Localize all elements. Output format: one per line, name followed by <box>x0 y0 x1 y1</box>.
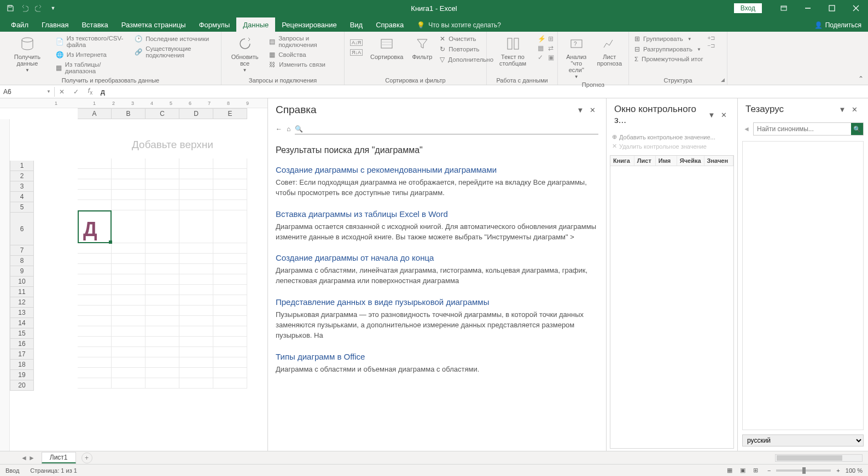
column-header[interactable]: C <box>145 108 179 119</box>
existing-conn-button[interactable]: 🔗Существующие подключения <box>132 44 218 60</box>
row-header[interactable]: 5 <box>10 202 34 213</box>
cell[interactable] <box>112 295 145 305</box>
cell[interactable] <box>145 357 179 368</box>
show-detail-icon[interactable]: +⊐ <box>708 35 715 41</box>
cell[interactable] <box>213 347 247 357</box>
cell[interactable] <box>179 169 213 179</box>
maximize-icon[interactable] <box>820 0 844 16</box>
cell[interactable] <box>179 357 213 368</box>
cell[interactable] <box>78 295 112 305</box>
tab-data[interactable]: Данные <box>236 17 275 32</box>
forecast-sheet-button[interactable]: Лист прогноза <box>594 34 625 68</box>
undo-icon[interactable] <box>19 2 31 14</box>
cell[interactable] <box>145 295 179 305</box>
sort-za-button[interactable]: Я↓А <box>348 48 365 57</box>
cell[interactable] <box>179 179 213 190</box>
fx-icon[interactable]: fx <box>83 87 97 96</box>
data-model-icon[interactable]: ▣ <box>548 54 554 61</box>
row-header[interactable]: 3 <box>10 181 34 192</box>
add-sheet-button[interactable]: + <box>81 453 92 463</box>
cell[interactable] <box>78 357 112 368</box>
relationships-icon[interactable]: ⇄ <box>548 44 554 52</box>
watch-column-header[interactable]: Лист <box>634 156 656 166</box>
cell[interactable] <box>179 316 213 326</box>
filter-button[interactable]: Фильтр <box>409 34 435 61</box>
cell[interactable] <box>179 243 213 254</box>
cell[interactable] <box>112 210 145 243</box>
cell[interactable] <box>179 305 213 316</box>
cell[interactable] <box>112 158 145 169</box>
cell[interactable] <box>112 347 145 357</box>
zoom-in-icon[interactable]: + <box>836 467 840 474</box>
help-result-link[interactable]: Создание диаграммы с рекомендованными ди… <box>276 165 598 174</box>
help-result-link[interactable]: Вставка диаграммы из таблицы Excel в Wor… <box>276 209 598 219</box>
cell[interactable] <box>179 210 213 243</box>
row-header[interactable]: 11 <box>10 287 34 297</box>
cell[interactable] <box>179 337 213 347</box>
help-search-input[interactable] <box>306 125 598 133</box>
get-data-button[interactable]: Получить данные▼ <box>3 34 51 74</box>
share-button[interactable]: 👤 Поделиться <box>808 18 868 32</box>
properties-button[interactable]: ▦Свойства <box>267 50 341 60</box>
cell[interactable] <box>213 285 247 295</box>
cell[interactable] <box>78 347 112 357</box>
cell[interactable] <box>213 326 247 337</box>
cell[interactable] <box>213 200 247 210</box>
row-header[interactable]: 1 <box>10 161 34 171</box>
cell[interactable] <box>179 368 213 378</box>
cell[interactable] <box>78 316 112 326</box>
tab-help[interactable]: Справка <box>369 17 410 32</box>
watch-column-header[interactable]: Имя <box>656 156 677 166</box>
cell[interactable] <box>213 337 247 347</box>
sheet-tab-1[interactable]: Лист1 <box>42 452 76 463</box>
cell[interactable] <box>145 305 179 316</box>
formula-input[interactable] <box>97 86 868 97</box>
cell[interactable] <box>213 368 247 378</box>
cell[interactable] <box>179 190 213 200</box>
cell[interactable] <box>213 243 247 254</box>
horizontal-scrollbar[interactable] <box>775 454 863 462</box>
watch-column-header[interactable]: Значен <box>704 156 733 166</box>
cell[interactable] <box>179 295 213 305</box>
row-header[interactable]: 12 <box>10 297 34 308</box>
row-headers[interactable]: 1234567891011121314151617181920 <box>10 161 34 451</box>
row-header[interactable]: 2 <box>10 171 34 181</box>
cell[interactable] <box>213 305 247 316</box>
column-header[interactable]: D <box>179 108 213 119</box>
name-box[interactable]: A6 ▼ <box>0 87 55 97</box>
column-header[interactable]: E <box>213 108 247 119</box>
cell[interactable] <box>179 200 213 210</box>
group-button[interactable]: ⊞Группировать▼ <box>632 34 706 44</box>
minimize-icon[interactable] <box>796 0 820 16</box>
cell[interactable] <box>112 243 145 254</box>
cell[interactable] <box>179 254 213 264</box>
sort-az-button[interactable]: А↓Я <box>348 38 365 47</box>
cancel-formula-icon[interactable]: ✕ <box>55 88 69 96</box>
what-if-button[interactable]: ? Анализ "что если"▼ <box>561 34 592 80</box>
help-pane-close-icon[interactable]: ✕ <box>586 106 598 114</box>
zoom-out-icon[interactable]: − <box>767 467 771 474</box>
from-table-button[interactable]: ▦Из таблицы/диапазона <box>54 60 130 75</box>
cell[interactable] <box>145 326 179 337</box>
cell[interactable] <box>78 337 112 347</box>
thesaurus-back-icon[interactable]: ◄ <box>742 125 751 133</box>
text-to-columns-button[interactable]: Текст по столбцам <box>490 34 535 68</box>
cell[interactable] <box>145 347 179 357</box>
add-watch-button[interactable]: ⊕Добавить контрольное значение... <box>610 132 734 142</box>
cell[interactable] <box>145 274 179 285</box>
cell[interactable] <box>213 210 247 243</box>
cell[interactable] <box>213 357 247 368</box>
cell[interactable] <box>179 274 213 285</box>
from-csv-button[interactable]: 📄Из текстового/CSV-файла <box>54 34 130 49</box>
cell[interactable] <box>78 285 112 295</box>
cell[interactable] <box>213 190 247 200</box>
row-header[interactable]: 6 <box>10 213 34 245</box>
cell[interactable] <box>112 200 145 210</box>
edit-links-button[interactable]: ⛓Изменить связи <box>267 60 341 69</box>
cell[interactable] <box>179 285 213 295</box>
cell[interactable] <box>213 295 247 305</box>
watch-pane-options-icon[interactable]: ▼ <box>706 111 718 119</box>
subtotal-button[interactable]: ΣПромежуточный итог <box>632 55 706 63</box>
tab-home[interactable]: Главная <box>35 17 75 32</box>
row-header[interactable]: 8 <box>10 256 34 266</box>
